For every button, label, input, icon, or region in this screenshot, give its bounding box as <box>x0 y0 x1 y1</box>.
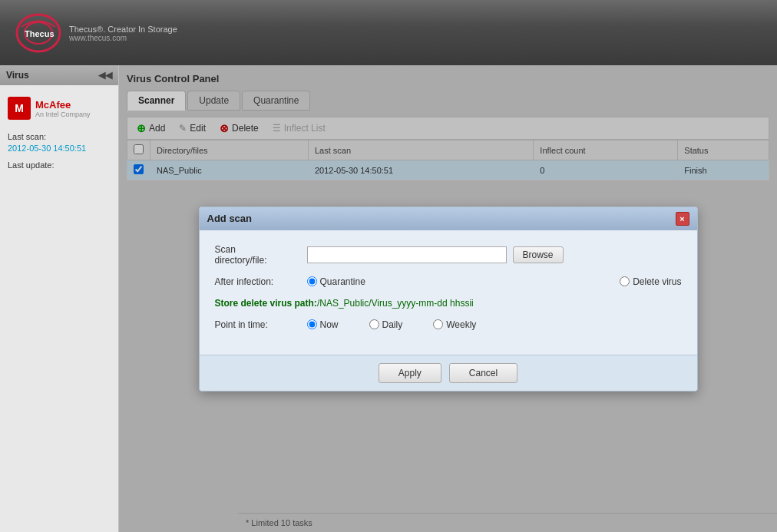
app-header: Thecus Thecus®. Creator In Storage www.t… <box>0 0 777 65</box>
weekly-label: Weekly <box>446 319 476 330</box>
weekly-radio[interactable] <box>433 319 443 329</box>
dialog-close-button[interactable]: × <box>676 212 689 226</box>
sidebar-content: M McAfee An Intel Company Last scan: 201… <box>0 85 118 532</box>
delete-virus-label: Delete virus <box>633 276 681 287</box>
logo-url: www.thecus.com <box>69 34 177 42</box>
logo-area: Thecus Thecus®. Creator In Storage www.t… <box>15 12 177 54</box>
after-infection-options: Quarantine Delete virus <box>307 276 682 287</box>
point-in-time-options: Now Daily Weekly <box>307 319 477 330</box>
dialog-title: Add scan <box>207 213 253 224</box>
after-infection-row: After infection: Quarantine Delete virus <box>215 276 682 287</box>
delete-virus-option[interactable]: Delete virus <box>620 276 681 287</box>
store-path-value: /NAS_Public/Virus_yyyy-mm-dd hhssii <box>317 298 474 309</box>
cancel-button[interactable]: Cancel <box>449 363 517 383</box>
last-scan-value: 2012-05-30 14:50:51 <box>8 144 111 153</box>
scan-directory-input[interactable] <box>307 246 507 263</box>
quarantine-label: Quarantine <box>320 276 365 287</box>
dialog-footer: Apply Cancel <box>200 355 697 391</box>
logo-tagline: Thecus®. Creator In Storage <box>69 25 177 34</box>
daily-option[interactable]: Daily <box>369 319 403 330</box>
point-in-time-row: Point in time: Now Daily <box>215 319 682 330</box>
sidebar: Virus ◀◀ M McAfee An Intel Company Last … <box>0 65 119 532</box>
mcafee-text: McAfee An Intel Company <box>35 99 91 118</box>
quarantine-radio[interactable] <box>307 276 317 286</box>
thecus-logo-icon: Thecus <box>15 12 61 54</box>
after-infection-label: After infection: <box>215 276 307 287</box>
sidebar-header: Virus ◀◀ <box>0 65 118 85</box>
mcafee-shield-icon: M <box>8 97 31 120</box>
scan-directory-label: Scandirectory/file: <box>215 244 307 266</box>
scan-directory-row: Scandirectory/file: Browse <box>215 244 682 266</box>
sidebar-title: Virus <box>6 70 29 81</box>
weekly-option[interactable]: Weekly <box>433 319 476 330</box>
scan-directory-controls: Browse <box>307 246 682 263</box>
svg-text:Thecus: Thecus <box>25 29 55 38</box>
apply-button[interactable]: Apply <box>379 363 441 383</box>
mcafee-subtitle: An Intel Company <box>35 111 91 118</box>
now-label: Now <box>320 319 339 330</box>
store-path-row: Store delete virus path:/NAS_Public/Viru… <box>215 298 682 309</box>
quarantine-option[interactable]: Quarantine <box>307 276 365 287</box>
point-in-time-label: Point in time: <box>215 319 307 330</box>
dialog-overlay: Add scan × Scandirectory/file: Browse <box>119 65 777 532</box>
last-update-label: Last update: <box>8 160 111 170</box>
delete-virus-radio[interactable] <box>620 276 630 286</box>
now-option[interactable]: Now <box>307 319 339 330</box>
daily-label: Daily <box>382 319 403 330</box>
last-scan-label: Last scan: <box>8 132 111 141</box>
mcafee-name: McAfee <box>35 99 91 111</box>
browse-button[interactable]: Browse <box>513 246 564 263</box>
sidebar-collapse-btn[interactable]: ◀◀ <box>98 70 112 81</box>
add-scan-dialog: Add scan × Scandirectory/file: Browse <box>199 207 698 392</box>
logo-text-area: Thecus®. Creator In Storage www.thecus.c… <box>69 23 177 42</box>
dialog-body: Scandirectory/file: Browse After infecti… <box>200 230 697 355</box>
content-area: Virus Control Panel Scanner Update Quara… <box>119 65 777 532</box>
store-path-label: Store delete virus path: <box>215 298 317 309</box>
dialog-titlebar: Add scan × <box>200 207 697 230</box>
daily-radio[interactable] <box>369 319 379 329</box>
now-radio[interactable] <box>307 319 317 329</box>
mcafee-logo: M McAfee An Intel Company <box>8 97 111 120</box>
